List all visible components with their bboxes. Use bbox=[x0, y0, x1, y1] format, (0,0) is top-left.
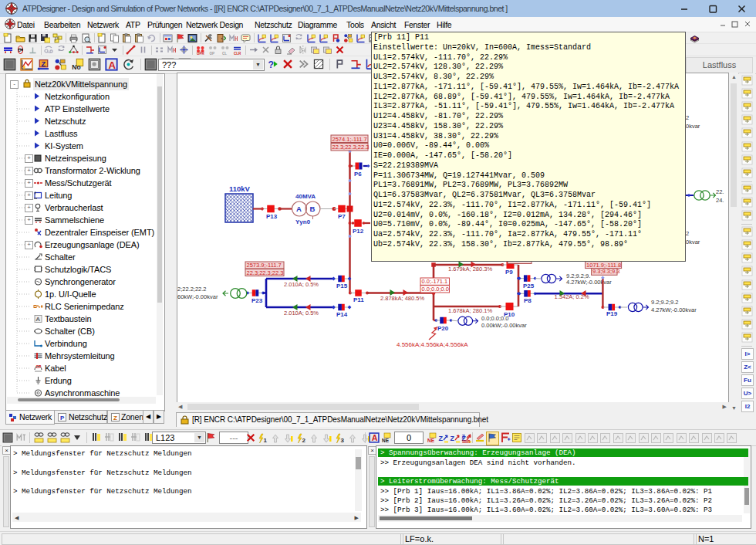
svg-text:4.556kA;4.556kA;4.556kA: 4.556kA;4.556kA;4.556kA bbox=[397, 341, 468, 348]
svg-text:P7: P7 bbox=[338, 213, 346, 220]
svg-text:P14: P14 bbox=[336, 311, 348, 318]
svg-text:9.2;9.2;9.2: 9.2;9.2;9.2 bbox=[651, 299, 678, 306]
svg-text:NE: NE bbox=[427, 438, 435, 443]
svg-text:2.010A; 0.5%: 2.010A; 0.5% bbox=[284, 310, 319, 317]
svg-text:OP: OP bbox=[210, 52, 215, 55]
svg-text:0.0;-171.1: 0.0;-171.1 bbox=[422, 278, 448, 285]
svg-text:P6: P6 bbox=[354, 171, 362, 178]
svg-text:P23: P23 bbox=[251, 297, 263, 304]
svg-text:0kvar: 0kvar bbox=[686, 239, 700, 245]
svg-text:22.3;22.3;22.3: 22.3;22.3;22.3 bbox=[332, 144, 370, 151]
svg-text:2: 2 bbox=[686, 114, 689, 121]
svg-text:0: 0 bbox=[18, 46, 21, 53]
svg-text:Z: Z bbox=[439, 435, 444, 442]
svg-text:0.0;0.0;0.0: 0.0;0.0;0.0 bbox=[422, 286, 449, 293]
svg-text:1.678kA; 280.1%: 1.678kA; 280.1% bbox=[448, 307, 492, 314]
svg-text:NE: NE bbox=[382, 438, 390, 443]
svg-text:22.: 22. bbox=[716, 188, 724, 195]
svg-text:2.878kA; 480.5%: 2.878kA; 480.5% bbox=[380, 295, 424, 302]
svg-text:0.0;0.0;0.0: 0.0;0.0;0.0 bbox=[481, 315, 508, 322]
svg-text:40MVA: 40MVA bbox=[295, 193, 316, 200]
svg-text:P12: P12 bbox=[353, 228, 364, 235]
svg-text:3: 3 bbox=[341, 437, 345, 444]
svg-text:Z: Z bbox=[41, 60, 46, 68]
svg-text:0kvar: 0kvar bbox=[686, 123, 700, 130]
svg-text:22.3;22.3;22.3: 22.3;22.3;22.3 bbox=[247, 269, 284, 276]
svg-text:1: 1 bbox=[264, 437, 268, 444]
svg-text:No: No bbox=[72, 63, 80, 71]
svg-text:Yyn0: Yyn0 bbox=[295, 218, 311, 225]
svg-text:A: A bbox=[296, 205, 302, 213]
svg-text:2574.1;-111.7: 2574.1;-111.7 bbox=[332, 136, 367, 143]
svg-text:P25: P25 bbox=[523, 283, 535, 289]
svg-text:2.010A; 0.5%: 2.010A; 0.5% bbox=[284, 281, 319, 288]
svg-text:0.00kW;-0.00kvar: 0.00kW;-0.00kvar bbox=[481, 322, 527, 329]
svg-text:OPR: OPR bbox=[197, 52, 205, 55]
svg-text:CLR: CLR bbox=[234, 52, 241, 55]
svg-text:P15: P15 bbox=[336, 283, 348, 289]
svg-text:9.3;9.3;9.3: 9.3;9.3;9.3 bbox=[592, 268, 619, 275]
svg-text:CP: CP bbox=[36, 364, 42, 369]
svg-text:24.: 24. bbox=[716, 197, 724, 204]
svg-text:1.679kA; 280.3%: 1.679kA; 280.3% bbox=[448, 266, 492, 272]
svg-text:1071.9;-111.8: 1071.9;-111.8 bbox=[586, 262, 621, 269]
svg-text:4.27kW;-0.00kvar: 4.27kW;-0.00kvar bbox=[651, 306, 697, 313]
svg-text:Z: Z bbox=[451, 435, 455, 442]
svg-text:P20: P20 bbox=[437, 325, 449, 332]
svg-text:2: 2 bbox=[302, 437, 306, 444]
svg-text:B: B bbox=[310, 205, 316, 213]
svg-text:2573.9;-111.7: 2573.9;-111.7 bbox=[247, 262, 282, 269]
svg-text:P8: P8 bbox=[524, 297, 532, 304]
svg-text:110kV: 110kV bbox=[229, 184, 251, 193]
svg-text:2;22.2;22.2: 2;22.2;22.2 bbox=[177, 286, 207, 293]
svg-text:P: P bbox=[60, 415, 65, 421]
svg-text:CL: CL bbox=[222, 52, 227, 55]
svg-text:P13: P13 bbox=[266, 213, 278, 220]
svg-text:P9: P9 bbox=[505, 269, 513, 276]
svg-text:A: A bbox=[108, 59, 116, 71]
svg-text:P11: P11 bbox=[353, 296, 364, 303]
svg-text:1.342A; 0.2%: 1.342A; 0.2% bbox=[555, 293, 589, 300]
svg-text:?: ? bbox=[268, 59, 274, 70]
svg-text:2: 2 bbox=[686, 230, 689, 237]
svg-text:A: A bbox=[372, 433, 378, 442]
svg-text:Z: Z bbox=[113, 415, 117, 421]
svg-text:A: A bbox=[36, 316, 41, 323]
svg-text:SBR: SBR bbox=[462, 439, 471, 444]
svg-text:4.27kW;-0.00kvar: 4.27kW;-0.00kvar bbox=[566, 279, 612, 286]
svg-text:P19: P19 bbox=[606, 310, 618, 317]
svg-text:60kW;-0.00kvar: 60kW;-0.00kvar bbox=[177, 293, 218, 300]
